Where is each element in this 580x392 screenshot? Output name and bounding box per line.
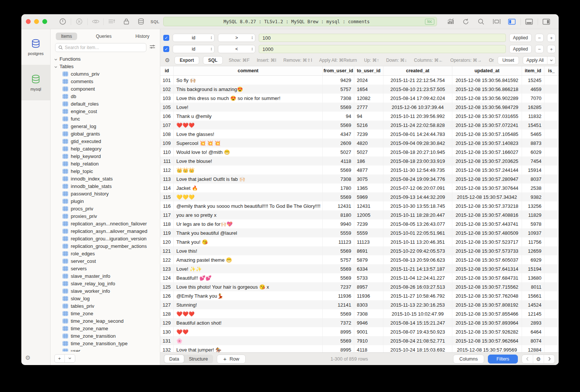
table-row[interactable]: 103Love this dress so much 😍 so nice for…	[160, 94, 559, 103]
cell-updated_at[interactable]: 2015-12-08 15:30:57.166027	[452, 148, 522, 157]
cell-is_[interactable]	[544, 112, 559, 121]
toggle-left-panel-icon[interactable]	[504, 17, 520, 26]
table-row[interactable]: 116@emily thank you soooo much beautiful…	[160, 201, 559, 210]
cell-comment[interactable]: 🌸	[174, 336, 323, 345]
lock-icon[interactable]	[119, 17, 134, 26]
sidebar-table-item[interactable]: replication_asyn...nnection_failover	[54, 220, 160, 227]
cell-item_id[interactable]: 15451	[522, 121, 544, 130]
cell-id[interactable]: 118	[160, 219, 174, 228]
cell-is_[interactable]	[544, 130, 559, 139]
sidebar-table-item[interactable]: tables_priv	[54, 302, 160, 310]
cell-comment[interactable]: you are so pretty x	[174, 210, 323, 219]
cell-item_id[interactable]: 8011	[522, 282, 544, 291]
cell-to_user_id[interactable]: 7239	[354, 130, 383, 139]
prev-page-icon[interactable]	[522, 355, 533, 363]
cell-comment[interactable]: Love this!	[174, 246, 323, 255]
cell-item_id[interactable]: 12884	[522, 345, 544, 352]
sidebar-table-item[interactable]: innodb_index_stats	[54, 175, 160, 182]
cell-is_[interactable]	[544, 300, 559, 309]
cell-item_id[interactable]: 8074	[522, 336, 544, 345]
table-row[interactable]: 128❤️❤️❤️556973082015-10-15 10:02:47.992…	[160, 309, 559, 318]
cell-created_at[interactable]: 2015-10-11 18:28:20.447	[383, 210, 452, 219]
cell-to_user_id[interactable]: 94	[354, 112, 383, 121]
sidebar-table-item[interactable]: replication_grou...iguration_version	[54, 235, 160, 242]
chart-icon[interactable]	[443, 17, 458, 26]
filter-settings-gear-icon[interactable]: ⚙	[164, 57, 171, 64]
cell-created_at[interactable]: 2015-10-30 13:55:18.745	[383, 201, 452, 210]
table-row[interactable]: 119Thank you beautiful @laurel5559555920…	[160, 228, 559, 237]
cell-id[interactable]: 110	[160, 148, 174, 157]
cell-item_id[interactable]: 5465	[522, 130, 544, 139]
sidebar-search[interactable]	[55, 43, 146, 52]
columns-button[interactable]: Columns	[453, 355, 484, 364]
add-filter-button[interactable]: +	[547, 34, 556, 42]
zoom-window-button[interactable]	[42, 19, 47, 24]
cell-created_at[interactable]: 2015-08-18 23:00:33.919	[383, 157, 452, 165]
connection-status-bar[interactable]: MySQL 8.0.27 : TLSv1.2 : MySQL Brew : my…	[163, 17, 437, 26]
cell-comment[interactable]: Love the glasses!	[174, 130, 323, 139]
table-row[interactable]: 114Jacket 🔥178013652015-07-12 06:20:07.0…	[160, 183, 559, 192]
sidebar-table-item[interactable]: time_zone_name	[54, 325, 160, 332]
cell-item_id[interactable]: 11829	[522, 210, 544, 219]
filter-field-select[interactable]: id ▴▾	[173, 45, 215, 53]
table-row[interactable]: 110Would love to! @mith 😁502750272015-08…	[160, 148, 559, 157]
table-row[interactable]: 115💛💛💛556959692015-09-13 14:44:32.209201…	[160, 192, 559, 201]
unset-button[interactable]: Unset	[498, 56, 519, 64]
cell-to_user_id[interactable]: 7239	[354, 219, 383, 228]
page-settings-gear-icon[interactable]: ⚙	[533, 355, 544, 363]
sidebar-table-item[interactable]: gtid_executed	[54, 137, 160, 145]
column-header-id[interactable]: id	[160, 66, 174, 75]
cell-from_user_id[interactable]: 94	[323, 112, 354, 121]
cell-to_user_id[interactable]: 5216	[354, 121, 383, 130]
cell-item_id[interactable]: 8873	[522, 139, 544, 148]
cell-from_user_id[interactable]: 1780	[323, 183, 354, 192]
cell-to_user_id[interactable]: 9001	[354, 327, 383, 336]
cell-from_user_id[interactable]: 8995	[323, 345, 354, 352]
cell-comment[interactable]: Thank you! 😘	[174, 237, 323, 246]
cell-created_at[interactable]: 2015-08-24 21:08:52.771	[383, 336, 452, 345]
cell-to_user_id[interactable]: 11936	[354, 291, 383, 300]
column-header-created_at[interactable]: created_at	[383, 66, 452, 75]
sidebar-table-item[interactable]: user	[54, 347, 160, 352]
cell-is_[interactable]	[544, 228, 559, 237]
commit-list-icon[interactable]	[104, 17, 119, 26]
cell-item_id[interactable]: 13680	[522, 273, 544, 282]
cell-comment[interactable]: Love that jacket! Outfit is fab 🙌🏻	[174, 174, 323, 183]
tab-history[interactable]: History	[130, 33, 155, 40]
cell-updated_at[interactable]: 2015-12-08 15:30:57.855466	[452, 309, 522, 318]
sidebar-table-item[interactable]: general_log	[54, 122, 160, 130]
cell-to_user_id[interactable]: 12431	[354, 201, 383, 210]
cell-is_[interactable]	[544, 103, 559, 112]
cell-to_user_id[interactable]: 8957	[354, 282, 383, 291]
filter-applied-button[interactable]: Applied	[509, 34, 532, 42]
cell-created_at[interactable]: 2015-08-01 14:24:44.783	[383, 130, 452, 139]
sidebar-table-item[interactable]: innodb_table_stats	[54, 182, 160, 190]
cell-id[interactable]: 125	[160, 282, 174, 291]
minimize-window-button[interactable]	[34, 19, 39, 24]
plus-icon[interactable]: +	[55, 355, 64, 362]
cell-from_user_id[interactable]: 5569	[323, 192, 354, 201]
cell-id[interactable]: 103	[160, 94, 174, 103]
cell-item_id[interactable]: 15245	[522, 76, 544, 85]
sidebar-table-item[interactable]: engine_cost	[54, 107, 160, 115]
cell-from_user_id[interactable]: 5027	[323, 148, 354, 157]
cell-is_[interactable]	[544, 246, 559, 255]
cell-id[interactable]: 108	[160, 130, 174, 139]
cell-to_user_id[interactable]: 5879	[354, 255, 383, 264]
cell-is_[interactable]	[544, 264, 559, 273]
cell-comment[interactable]: Would love to! @mith 😁	[174, 148, 323, 157]
cell-created_at[interactable]: 2015-08-14 17:09:42.024	[383, 94, 452, 103]
cell-created_at[interactable]: 2015-09-04 09:28:30.842	[383, 139, 452, 148]
cell-comment[interactable]: This background is amazing😍	[174, 85, 323, 94]
cell-created_at[interactable]: 2015-08-07 19:43:50.923	[383, 327, 452, 336]
column-header-from_user_id[interactable]: from_user_id	[323, 66, 354, 75]
cell-updated_at[interactable]: 2015-12-08 15:30:57.926282	[452, 327, 522, 336]
tab-structure[interactable]: Structure	[184, 355, 213, 363]
cell-from_user_id[interactable]: 5559	[323, 228, 354, 237]
cell-updated_at[interactable]: 2015-12-08 15:30:57.072241	[452, 121, 522, 130]
sidebar-table-item[interactable]: help_category	[54, 145, 160, 152]
cell-comment[interactable]: Thank you beautiful @laurel	[174, 228, 323, 237]
cell-to_user_id[interactable]: 1654	[354, 85, 383, 94]
cell-id[interactable]: 126	[160, 291, 174, 300]
table-row[interactable]: 125Love this photo! Your hair is gorgeou…	[160, 282, 559, 291]
